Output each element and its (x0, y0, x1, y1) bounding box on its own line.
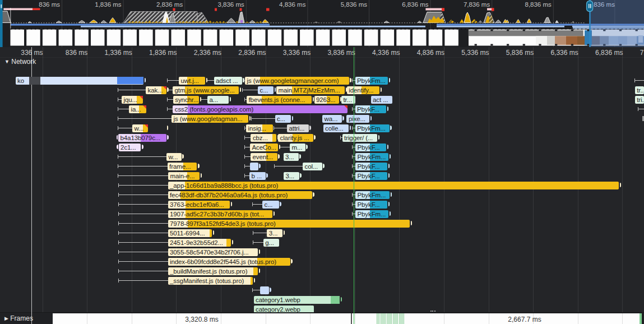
svg-text:8,836 ms: 8,836 ms (525, 1, 552, 8)
svg-text:5,836 ms: 5,836 ms (341, 1, 368, 8)
svg-text:,836 ms: ,836 ms (592, 1, 615, 8)
svg-text:1,836 ms: 1,836 ms (95, 1, 122, 8)
svg-text:3,836 ms: 3,836 ms (217, 1, 244, 8)
svg-text:6,836 ms: 6,836 ms (402, 1, 429, 8)
svg-text:4,836 ms: 4,836 ms (279, 1, 306, 8)
svg-text:7,836 ms: 7,836 ms (464, 1, 490, 8)
svg-text:2,836 ms: 2,836 ms (156, 1, 183, 8)
svg-text:836 ms: 836 ms (39, 1, 60, 8)
